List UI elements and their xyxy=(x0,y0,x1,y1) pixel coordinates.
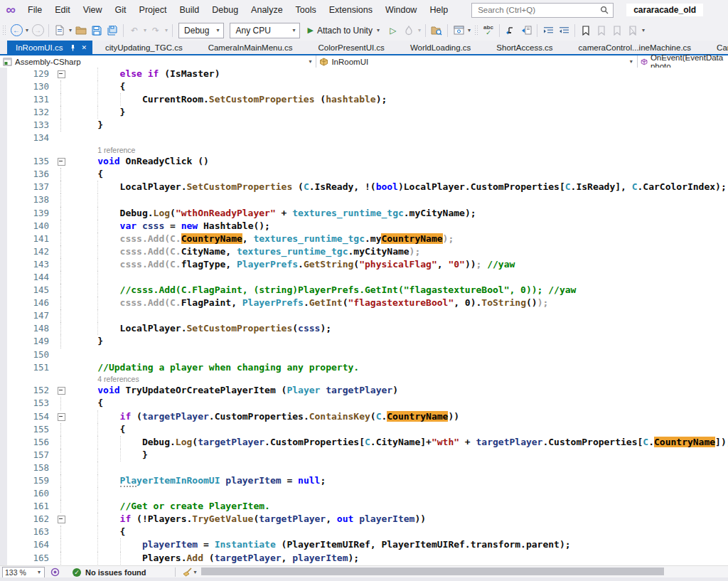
code-text[interactable]: Debug.Log("wthOnReadyPlayer" + textures_… xyxy=(68,207,728,220)
breakpoint-margin[interactable] xyxy=(7,155,16,168)
code-text[interactable] xyxy=(68,132,728,144)
horizontal-scrollbar-thumb[interactable] xyxy=(201,567,664,575)
breakpoint-margin[interactable] xyxy=(7,384,16,397)
breakpoint-margin[interactable] xyxy=(7,119,16,132)
code-text[interactable]: //Updating a player when changing any pr… xyxy=(68,361,728,374)
breakpoint-margin[interactable] xyxy=(7,552,16,565)
find-in-files-icon[interactable] xyxy=(429,23,444,38)
breakpoint-margin[interactable] xyxy=(7,526,16,538)
menu-debug[interactable]: Debug xyxy=(205,0,245,20)
menu-analyze[interactable]: Analyze xyxy=(245,0,289,20)
solution-configuration-dropdown[interactable]: Debug▾ xyxy=(178,23,224,38)
code-text[interactable]: csss.Add(C.FlagPaint, PlayerPrefs.GetInt… xyxy=(68,297,728,309)
format-broom-icon[interactable] xyxy=(183,567,193,577)
menu-extensions[interactable]: Extensions xyxy=(323,0,379,20)
breakpoint-margin[interactable] xyxy=(7,309,16,322)
code-text[interactable]: } xyxy=(68,449,728,462)
code-editor[interactable]: 129else if (IsMaster)130{131CurrentRoom.… xyxy=(0,68,728,565)
quick-search-box[interactable] xyxy=(471,3,614,18)
preview-window-icon[interactable] xyxy=(451,23,466,38)
breakpoint-margin[interactable] xyxy=(7,348,16,361)
navigate-frame-icon[interactable] xyxy=(519,23,533,38)
breakpoint-margin[interactable] xyxy=(7,106,16,119)
breakpoint-margin[interactable] xyxy=(7,462,16,474)
breakpoint-margin[interactable] xyxy=(7,80,16,93)
new-item-icon[interactable] xyxy=(53,23,67,38)
menu-view[interactable]: View xyxy=(77,0,109,20)
breakpoint-margin[interactable] xyxy=(7,245,16,258)
tab-InRoomUI.cs[interactable]: InRoomUI.cs✕ xyxy=(7,41,92,54)
breakpoint-margin[interactable] xyxy=(7,284,16,297)
code-text[interactable] xyxy=(68,193,728,206)
breakpoint-margin[interactable] xyxy=(7,423,16,436)
breakpoint-margin[interactable] xyxy=(7,168,16,181)
code-text[interactable]: 4 references xyxy=(68,374,728,385)
code-text[interactable]: } xyxy=(68,106,728,119)
solution-name-badge[interactable]: cararacade_old xyxy=(626,4,703,16)
code-text[interactable]: csss.Add(C.flagType, PlayerPrefs.GetStri… xyxy=(68,258,728,271)
project-dropdown[interactable]: Assembly-CSharp ▾ xyxy=(0,55,316,68)
preview-window-caret[interactable]: ▾ xyxy=(468,27,471,33)
member-dropdown[interactable]: OnEvent(EventData photo xyxy=(638,55,728,68)
bookmarks-caret[interactable]: ▾ xyxy=(642,27,645,33)
spell-check-icon[interactable]: abc✓ xyxy=(481,23,496,38)
breakpoint-margin[interactable] xyxy=(7,93,16,106)
menu-project[interactable]: Project xyxy=(133,0,173,20)
pin-icon[interactable] xyxy=(70,44,76,51)
tab-ColorPresentUI.cs[interactable]: ColorPresentUI.cs xyxy=(306,41,397,54)
breakpoint-margin[interactable] xyxy=(7,335,16,348)
code-text[interactable]: csss.Add(C.CountryName, textures_runtime… xyxy=(68,233,728,245)
tab-WorldLoading.cs[interactable]: WorldLoading.cs xyxy=(397,41,483,54)
code-text[interactable]: csss.Add(C.CityName, textures_runtime_tg… xyxy=(68,245,728,258)
codelens-references[interactable]: 1 reference xyxy=(75,146,135,154)
save-all-icon[interactable] xyxy=(105,23,119,38)
fold-toggle[interactable] xyxy=(55,384,68,397)
menu-build[interactable]: Build xyxy=(173,0,205,20)
menu-git[interactable]: Git xyxy=(109,0,133,20)
code-text[interactable]: playerItem = Instantiate (PlayerItemUIRe… xyxy=(68,538,728,551)
breakpoint-margin[interactable] xyxy=(7,513,16,526)
zoom-level-dropdown[interactable]: 133 % ▾ xyxy=(2,567,45,578)
breakpoint-margin[interactable] xyxy=(7,449,16,462)
breakpoint-margin[interactable] xyxy=(7,181,16,193)
save-icon[interactable] xyxy=(90,23,104,38)
code-text[interactable]: PlayerItemInRoomUI playerItem = null; xyxy=(68,474,728,487)
code-text[interactable]: } xyxy=(68,119,728,132)
code-text[interactable]: if (!Players.TryGetValue(targetPlayer, o… xyxy=(68,513,728,526)
menu-window[interactable]: Window xyxy=(379,0,423,20)
breakpoint-margin[interactable] xyxy=(7,207,16,220)
code-text[interactable]: void OnReadyClick () xyxy=(68,155,728,168)
fold-toggle[interactable] xyxy=(55,155,68,168)
breakpoint-margin[interactable] xyxy=(7,436,16,449)
breakpoint-margin[interactable] xyxy=(7,145,16,156)
intellicode-icon[interactable] xyxy=(50,567,60,577)
code-text[interactable]: { xyxy=(68,168,728,181)
breakpoint-margin[interactable] xyxy=(7,271,16,284)
solution-platform-dropdown[interactable]: Any CPU▾ xyxy=(230,23,300,38)
code-text[interactable]: if (targetPlayer.CustomProperties.Contai… xyxy=(68,410,728,423)
indent-icon[interactable] xyxy=(541,23,555,38)
navigate-backward-icon[interactable]: ← xyxy=(9,23,23,38)
code-text[interactable]: { xyxy=(68,423,728,436)
code-text[interactable]: void TryUpdateOrCreatePlayerItem (Player… xyxy=(68,384,728,397)
code-text[interactable] xyxy=(68,271,728,284)
new-item-caret[interactable]: ▾ xyxy=(69,27,72,33)
breakpoint-margin[interactable] xyxy=(7,500,16,513)
fold-toggle[interactable] xyxy=(55,513,68,526)
code-text[interactable]: Debug.Log(targetPlayer.CustomProperties[… xyxy=(68,436,728,449)
code-text[interactable]: Players.Add (targetPlayer, playerItem); xyxy=(68,552,728,565)
code-text[interactable] xyxy=(68,348,728,361)
codelens-references[interactable]: 4 references xyxy=(75,375,139,383)
breakpoint-margin[interactable] xyxy=(7,374,16,385)
code-text[interactable] xyxy=(68,309,728,322)
search-input[interactable] xyxy=(476,5,600,15)
breakpoint-margin[interactable] xyxy=(7,397,16,410)
breakpoint-margin[interactable] xyxy=(7,474,16,487)
code-text[interactable]: CurrentRoom.SetCustomProperties (hashtab… xyxy=(68,93,728,106)
close-icon[interactable]: ✕ xyxy=(81,44,87,51)
code-text[interactable]: LocalPlayer.SetCustomProperties(csss); xyxy=(68,322,728,335)
fold-toggle[interactable] xyxy=(55,68,68,80)
code-text[interactable]: //Get or create PlayerItem. xyxy=(68,500,728,513)
breakpoint-margin[interactable] xyxy=(7,193,16,206)
breakpoint-margin[interactable] xyxy=(7,410,16,423)
